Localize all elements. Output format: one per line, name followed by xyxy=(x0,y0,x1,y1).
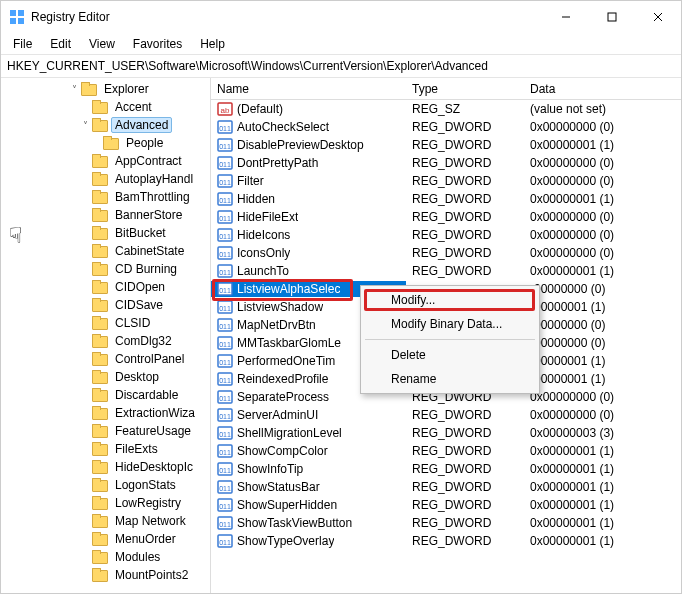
ctx-modify-binary-data[interactable]: Modify Binary Data... xyxy=(363,312,537,336)
value-type: REG_DWORD xyxy=(406,246,524,260)
value-name: ListviewAlphaSelec xyxy=(237,282,340,296)
value-data: 0x00000003 (3) xyxy=(524,426,681,440)
tree-label: MenuOrder xyxy=(111,532,180,546)
value-data: 0x00000001 (1) xyxy=(524,498,681,512)
chevron-icon[interactable]: ˅ xyxy=(78,120,92,131)
minimize-button[interactable] xyxy=(543,1,589,33)
tree-item[interactable]: CabinetState xyxy=(1,242,210,260)
value-row[interactable]: 011ShowCompColorREG_DWORD0x00000001 (1) xyxy=(211,442,681,460)
svg-rect-0 xyxy=(10,10,16,16)
tree-item[interactable]: CIDSave xyxy=(1,296,210,314)
tree-item[interactable]: Desktop xyxy=(1,368,210,386)
value-row[interactable]: 011HiddenREG_DWORD0x00000001 (1) xyxy=(211,190,681,208)
tree-item[interactable]: Discardable xyxy=(1,386,210,404)
value-name: Filter xyxy=(237,174,264,188)
col-name[interactable]: Name xyxy=(211,82,406,96)
value-data: ‹00000000 (0) xyxy=(524,336,681,350)
tree-item[interactable]: ControlPanel xyxy=(1,350,210,368)
value-row[interactable]: 011ShowInfoTipREG_DWORD0x00000001 (1) xyxy=(211,460,681,478)
folder-icon xyxy=(92,100,108,114)
value-type: REG_DWORD xyxy=(406,444,524,458)
tree-item[interactable]: FeatureUsage xyxy=(1,422,210,440)
menu-view[interactable]: View xyxy=(81,35,123,53)
svg-text:011: 011 xyxy=(219,359,231,366)
address-path: HKEY_CURRENT_USER\Software\Microsoft\Win… xyxy=(7,59,488,73)
value-row[interactable]: 011DontPrettyPathREG_DWORD0x00000000 (0) xyxy=(211,154,681,172)
menu-help[interactable]: Help xyxy=(192,35,233,53)
tree-item[interactable]: MenuOrder xyxy=(1,530,210,548)
value-row[interactable]: 011ShellMigrationLevelREG_DWORD0x0000000… xyxy=(211,424,681,442)
tree-item[interactable]: BannerStore xyxy=(1,206,210,224)
value-type: REG_SZ xyxy=(406,102,524,116)
value-row[interactable]: 011IconsOnlyREG_DWORD0x00000000 (0) xyxy=(211,244,681,262)
menu-edit[interactable]: Edit xyxy=(42,35,79,53)
value-name: DontPrettyPath xyxy=(237,156,318,170)
values-pane[interactable]: Name Type Data ab(Default)REG_SZ(value n… xyxy=(211,78,681,593)
folder-icon xyxy=(81,82,97,96)
tree-item[interactable]: Modules xyxy=(1,548,210,566)
svg-text:011: 011 xyxy=(219,485,231,492)
tree-item[interactable]: MountPoints2 xyxy=(1,566,210,584)
close-button[interactable] xyxy=(635,1,681,33)
tree-item[interactable]: CD Burning xyxy=(1,260,210,278)
tree-item[interactable]: CLSID xyxy=(1,314,210,332)
value-row[interactable]: 011ShowTypeOverlayREG_DWORD0x00000001 (1… xyxy=(211,532,681,550)
ctx-rename[interactable]: Rename xyxy=(363,367,537,391)
binary-value-icon: 011 xyxy=(217,407,233,423)
tree-label: CD Burning xyxy=(111,262,181,276)
tree-item[interactable]: ˅Advanced xyxy=(1,116,210,134)
tree-item[interactable]: FileExts xyxy=(1,440,210,458)
value-row[interactable]: 011AutoCheckSelectREG_DWORD0x00000000 (0… xyxy=(211,118,681,136)
folder-icon xyxy=(92,532,108,546)
tree-item[interactable]: People xyxy=(1,134,210,152)
value-name: MapNetDrvBtn xyxy=(237,318,316,332)
svg-text:011: 011 xyxy=(219,233,231,240)
svg-text:011: 011 xyxy=(219,395,231,402)
tree-label: Discardable xyxy=(111,388,182,402)
value-row[interactable]: 011ShowTaskViewButtonREG_DWORD0x00000001… xyxy=(211,514,681,532)
col-data[interactable]: Data xyxy=(524,82,681,96)
tree-item[interactable]: ˅Explorer xyxy=(1,80,210,98)
tree-item[interactable]: BamThrottling xyxy=(1,188,210,206)
address-bar[interactable]: HKEY_CURRENT_USER\Software\Microsoft\Win… xyxy=(1,55,681,78)
ctx-delete[interactable]: Delete xyxy=(363,343,537,367)
tree-label: ControlPanel xyxy=(111,352,188,366)
binary-value-icon: 011 xyxy=(217,443,233,459)
value-data: 0x00000001 (1) xyxy=(524,516,681,530)
menu-favorites[interactable]: Favorites xyxy=(125,35,190,53)
value-row[interactable]: ab(Default)REG_SZ(value not set) xyxy=(211,100,681,118)
svg-text:011: 011 xyxy=(219,539,231,546)
value-row[interactable]: 011ServerAdminUIREG_DWORD0x00000000 (0) xyxy=(211,406,681,424)
window-title: Registry Editor xyxy=(31,10,543,24)
value-row[interactable]: 011HideIconsREG_DWORD0x00000000 (0) xyxy=(211,226,681,244)
tree-item[interactable]: LogonStats xyxy=(1,476,210,494)
tree-item[interactable]: Map Network xyxy=(1,512,210,530)
value-row[interactable]: 011ShowStatusBarREG_DWORD0x00000001 (1) xyxy=(211,478,681,496)
value-row[interactable]: 011LaunchToREG_DWORD0x00000001 (1) xyxy=(211,262,681,280)
ctx-modify[interactable]: Modify... xyxy=(363,288,537,312)
value-row[interactable]: 011FilterREG_DWORD0x00000000 (0) xyxy=(211,172,681,190)
tree-item[interactable]: LowRegistry xyxy=(1,494,210,512)
tree-item[interactable]: Accent xyxy=(1,98,210,116)
tree-item[interactable]: AppContract xyxy=(1,152,210,170)
titlebar: Registry Editor xyxy=(1,1,681,33)
tree-pane[interactable]: ˅ExplorerAccent˅AdvancedPeopleAppContrac… xyxy=(1,78,211,593)
folder-icon xyxy=(92,316,108,330)
tree-item[interactable]: ComDlg32 xyxy=(1,332,210,350)
value-row[interactable]: 011ShowSuperHiddenREG_DWORD0x00000001 (1… xyxy=(211,496,681,514)
tree-item[interactable]: HideDesktopIc xyxy=(1,458,210,476)
tree-label: Advanced xyxy=(111,117,172,133)
value-row[interactable]: 011DisablePreviewDesktopREG_DWORD0x00000… xyxy=(211,136,681,154)
tree-item[interactable]: BitBucket xyxy=(1,224,210,242)
value-type: REG_DWORD xyxy=(406,516,524,530)
value-row[interactable]: 011HideFileExtREG_DWORD0x00000000 (0) xyxy=(211,208,681,226)
tree-item[interactable]: AutoplayHandl xyxy=(1,170,210,188)
col-type[interactable]: Type xyxy=(406,82,524,96)
tree-item[interactable]: ExtractionWiza xyxy=(1,404,210,422)
column-headers: Name Type Data xyxy=(211,78,681,100)
menu-file[interactable]: File xyxy=(5,35,40,53)
maximize-button[interactable] xyxy=(589,1,635,33)
folder-icon xyxy=(92,208,108,222)
tree-item[interactable]: CIDOpen xyxy=(1,278,210,296)
chevron-icon[interactable]: ˅ xyxy=(67,84,81,95)
